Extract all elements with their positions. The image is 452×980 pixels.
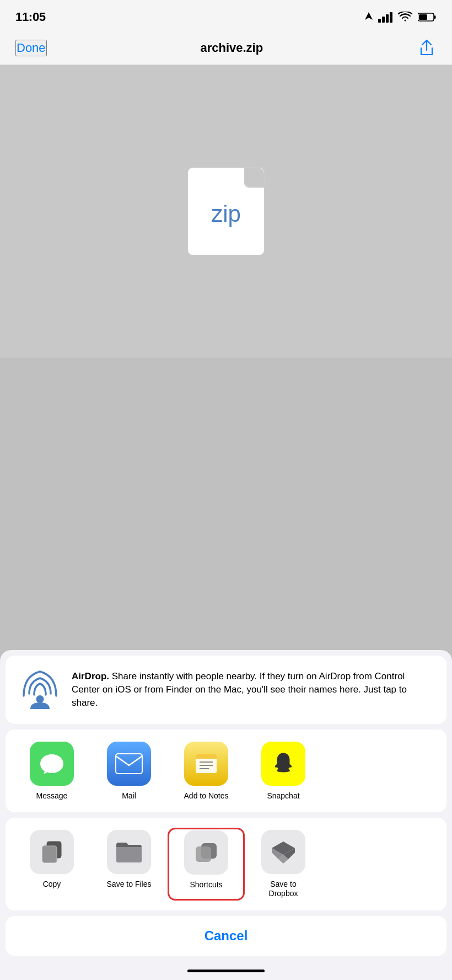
- airdrop-description: AirDrop. Share instantly with people nea…: [72, 670, 434, 709]
- svg-rect-20: [196, 846, 211, 862]
- main-content: zip: [0, 65, 452, 358]
- action-item-dropbox[interactable]: Save toDropbox: [245, 828, 322, 901]
- app-row-section: Message Mail: [6, 729, 446, 813]
- actions-row: Copy Save to Files: [6, 828, 446, 901]
- airdrop-logo: [19, 670, 61, 709]
- message-icon: [39, 751, 64, 776]
- app-row: Message Mail: [6, 739, 446, 803]
- notes-app-icon: [184, 742, 228, 786]
- battery-icon: [418, 12, 437, 22]
- action-item-shortcuts[interactable]: Shortcuts: [168, 828, 245, 901]
- save-files-action-icon: [107, 830, 151, 874]
- svg-rect-3: [390, 12, 392, 23]
- status-bar: 11:05: [0, 0, 452, 31]
- svg-rect-5: [434, 15, 436, 19]
- app-item-message[interactable]: Message: [13, 739, 90, 803]
- svg-rect-2: [386, 14, 389, 23]
- app-item-mail[interactable]: Mail: [90, 739, 168, 803]
- svg-rect-8: [116, 754, 142, 774]
- notes-label: Add to Notes: [184, 791, 229, 801]
- mail-app-icon: [107, 742, 151, 786]
- done-button[interactable]: Done: [15, 40, 47, 56]
- folder-icon: [115, 839, 143, 865]
- share-icon: [419, 39, 434, 57]
- snapchat-label: Snapchat: [267, 791, 299, 801]
- nav-bar: Done archive.zip: [0, 31, 452, 65]
- zip-page: zip: [187, 167, 265, 255]
- cancel-button[interactable]: Cancel: [6, 916, 446, 956]
- share-sheet: AirDrop. Share instantly with people nea…: [0, 650, 452, 980]
- home-bar: [187, 970, 265, 972]
- action-item-copy[interactable]: Copy: [13, 828, 90, 901]
- message-label: Message: [36, 791, 68, 801]
- dropbox-icon: [270, 839, 297, 865]
- zip-label: zip: [211, 201, 241, 227]
- copy-icon: [39, 839, 64, 865]
- svg-rect-6: [419, 14, 427, 20]
- app-item-snapchat[interactable]: Snapchat: [245, 739, 322, 803]
- dropbox-label: Save toDropbox: [269, 880, 298, 898]
- mail-label: Mail: [122, 791, 136, 801]
- share-panel: AirDrop. Share instantly with people nea…: [0, 650, 452, 980]
- dropbox-action-icon: [261, 830, 305, 874]
- copy-label: Copy: [43, 880, 61, 889]
- svg-point-7: [36, 695, 44, 703]
- notes-icon: [192, 750, 220, 777]
- svg-rect-17: [42, 846, 57, 862]
- airdrop-section[interactable]: AirDrop. Share instantly with people nea…: [6, 656, 446, 724]
- signal-icon: [378, 12, 392, 23]
- wifi-icon: [398, 12, 412, 23]
- shortcuts-label: Shortcuts: [190, 880, 222, 890]
- status-time: 11:05: [15, 10, 46, 24]
- actions-row-section: Copy Save to Files: [6, 818, 446, 910]
- cancel-section: Cancel: [6, 916, 446, 956]
- copy-action-icon: [30, 830, 74, 874]
- mail-icon: [115, 753, 143, 774]
- message-app-icon: [30, 742, 74, 786]
- save-files-label: Save to Files: [107, 880, 152, 889]
- snapchat-app-icon: [261, 742, 305, 786]
- share-button[interactable]: [417, 38, 437, 58]
- zip-file-icon: zip: [187, 167, 265, 255]
- location-icon: [365, 12, 373, 22]
- status-icons: [365, 12, 437, 23]
- shortcuts-icon: [192, 839, 220, 866]
- svg-rect-1: [382, 17, 385, 23]
- svg-rect-11: [196, 757, 217, 759]
- snapchat-icon: [270, 750, 297, 777]
- shortcuts-action-icon: [184, 830, 228, 875]
- action-item-save-files[interactable]: Save to Files: [90, 828, 168, 901]
- app-item-notes[interactable]: Add to Notes: [168, 739, 245, 803]
- airdrop-icon: [18, 668, 62, 712]
- home-indicator: [0, 961, 452, 980]
- nav-title: archive.zip: [200, 41, 263, 55]
- svg-rect-0: [378, 19, 381, 23]
